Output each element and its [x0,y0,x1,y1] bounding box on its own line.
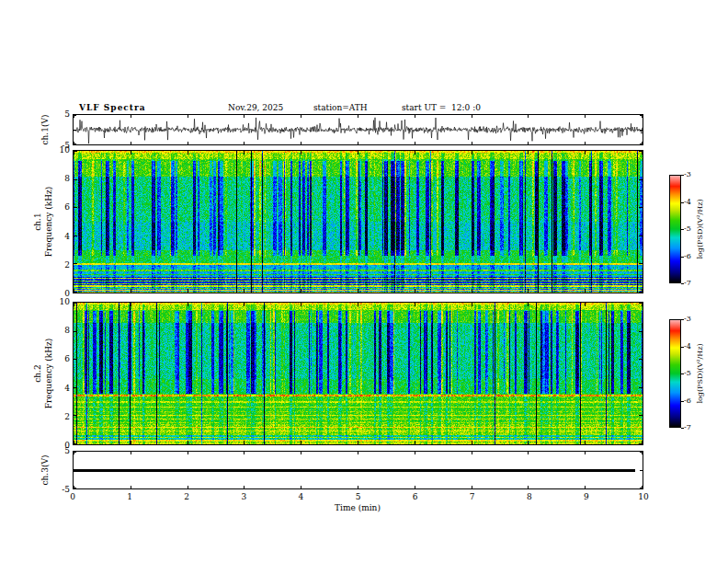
voltage-tick-label: -5 [42,485,70,494]
x-tick-label: 7 [459,492,486,501]
colorbar-tick [681,347,684,348]
x-tick-label: 6 [402,492,429,501]
x-tick-label: 3 [230,492,257,501]
voltage-tick-label: 5 [42,109,70,119]
x-tick-label: 8 [516,492,543,501]
colorbar-ch1 [669,175,681,283]
colorbar-tick-label: -3 [684,170,691,179]
colorbar-tick [681,257,684,258]
ch1-frequency-axis-label: Frequency (kHz) [44,187,53,258]
colorbar-ch1-label: log(PSD)(V²/Hz) [696,199,705,259]
colorbar-tick [681,401,684,402]
colorbar-tick [681,202,684,203]
colorbar-tick [681,229,684,230]
ch2-spectrogram-panel [73,302,643,445]
frequency-tick-label: 6 [42,354,70,363]
frequency-tick-label: 4 [42,384,70,393]
colorbar-tick [681,319,684,320]
frequency-tick-label: 2 [42,412,70,421]
colorbar-tick [681,428,684,429]
ch2-spectrogram-canvas [74,303,643,444]
colorbar-ch2-label: log(PSD)(V²/Hz) [696,343,705,403]
frequency-tick-label: 10 [42,297,70,306]
ch1-waveform-panel [73,114,643,145]
ch2-frequency-axis-label: Frequency (kHz) [44,339,53,409]
ch1-spectrogram-canvas [74,151,643,293]
colorbar-tick-label: -7 [684,279,691,288]
colorbar-tick-label: -5 [684,224,691,234]
colorbar-tick-label: -4 [684,198,691,207]
voltage-tick-label: 5 [42,446,70,455]
ch1-spectrogram-channel-label: ch.1 [33,213,42,230]
frequency-tick-label: 2 [42,260,70,270]
colorbar-tick-label: -3 [684,315,691,324]
frequency-tick-label: 6 [42,202,70,212]
plot-title: VLF Spectra [79,103,146,112]
x-axis-label: Time (min) [335,503,381,512]
colorbar-tick-label: -7 [684,423,691,432]
x-tick-label: 2 [173,492,200,501]
colorbar-tick-label: -6 [684,252,691,261]
x-tick-label: 9 [573,492,600,501]
plot-date: Nov.29, 2025 [228,103,283,112]
colorbar-tick-label: -5 [684,369,691,378]
ch1-spectrogram-panel [73,150,643,293]
colorbar-tick-label: -4 [684,342,691,351]
voltage-tick-label: -5 [42,141,70,150]
colorbar-tick [681,175,684,176]
x-tick-label: 1 [116,492,143,501]
colorbar-tick [681,373,684,374]
colorbar-tick-label: -6 [684,396,691,406]
ch3-waveform-panel [73,451,643,489]
ch3-voltage-axis-label: ch.3(V) [40,455,50,486]
x-tick-label: 4 [287,492,314,501]
frequency-tick-label: 8 [42,326,70,335]
plot-station: station=ATH [313,103,368,112]
colorbar-ch2 [669,319,681,428]
ch3-waveform-canvas [74,452,643,488]
frequency-tick-label: 4 [42,232,70,241]
frequency-tick-label: 8 [42,174,70,183]
plot-start-ut: start UT = 12:0 :0 [402,103,481,112]
ch1-waveform-canvas [74,115,643,144]
colorbar-tick [681,283,684,284]
vlf-spectra-figure: VLF Spectra Nov.29, 2025 station=ATH sta… [0,0,728,563]
ch2-spectrogram-channel-label: ch.2 [33,364,42,382]
x-tick-label: 5 [345,492,372,501]
x-tick-label: 10 [630,492,657,501]
